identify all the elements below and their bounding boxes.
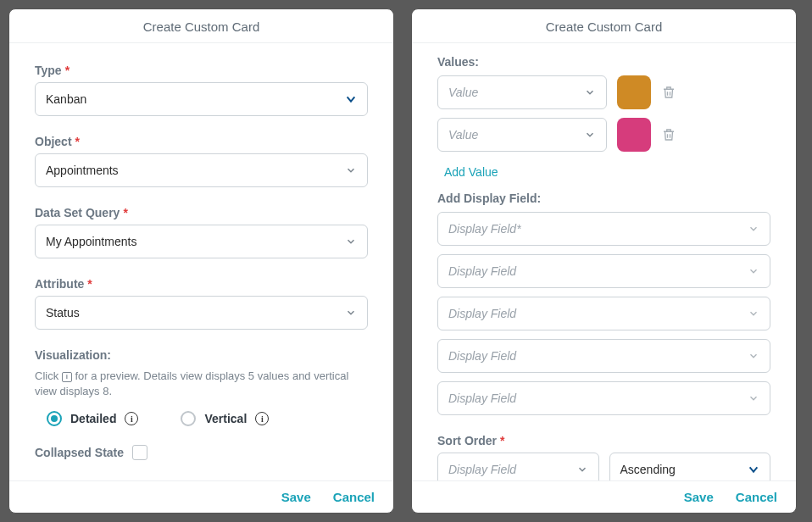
values-group: Values: Value Value Add Value <box>437 55 770 180</box>
dialog-body-left: Type* Kanban Object* Appointments Data S… <box>9 43 393 480</box>
vertical-radio-label: Vertical <box>204 412 247 425</box>
object-select[interactable]: Appointments <box>35 153 368 187</box>
info-icon[interactable]: i <box>255 412 269 425</box>
chevron-down-icon <box>748 223 759 235</box>
display-field-select[interactable]: Display Field <box>437 381 770 415</box>
display-field-select[interactable]: Display Field* <box>437 212 770 246</box>
values-label: Values: <box>437 55 770 69</box>
sort-direction-select[interactable]: Ascending <box>609 453 771 480</box>
chevron-down-icon <box>748 392 759 404</box>
save-button[interactable]: Save <box>684 490 714 504</box>
type-select[interactable]: Kanban <box>35 82 368 116</box>
visualization-radio-row: Detailed i Vertical i <box>35 411 368 426</box>
display-field-placeholder: Display Field <box>448 307 516 320</box>
chevron-down-icon <box>748 464 759 475</box>
collapsed-state-checkbox[interactable] <box>132 445 147 460</box>
type-label: Type* <box>35 64 368 77</box>
required-asterisk: * <box>75 135 80 148</box>
chevron-down-icon <box>748 350 759 362</box>
collapsed-state-row: Collapsed State <box>35 445 368 460</box>
sort-field-select[interactable]: Display Field <box>437 453 599 480</box>
dialog-footer: Save Cancel <box>412 480 796 513</box>
radio-option-detailed: Detailed i <box>47 411 138 426</box>
data-set-query-select[interactable]: My Appointments <box>35 225 368 258</box>
required-asterisk: * <box>87 277 92 291</box>
sort-order-group: Sort Order* Display Field Ascending <box>437 434 770 480</box>
display-field-placeholder: Display Field <box>448 349 516 363</box>
chevron-down-icon <box>748 308 759 319</box>
chevron-down-icon <box>345 307 357 319</box>
color-swatch[interactable] <box>617 118 651 152</box>
radio-option-vertical: Vertical i <box>181 411 269 426</box>
sort-direction-value: Ascending <box>620 463 676 476</box>
chevron-down-icon <box>584 86 596 98</box>
create-custom-card-dialog-left: Create Custom Card Type* Kanban Object* … <box>8 8 394 514</box>
dialog-title: Create Custom Card <box>412 9 796 43</box>
trash-icon[interactable] <box>661 84 676 101</box>
display-field-placeholder: Display Field <box>448 392 516 405</box>
detailed-radio-label: Detailed <box>70 412 116 425</box>
value-select[interactable]: Value <box>437 75 607 109</box>
required-asterisk: * <box>500 434 504 447</box>
vertical-radio[interactable] <box>181 411 196 426</box>
type-value: Kanban <box>46 92 86 106</box>
display-field-select[interactable]: Display Field <box>437 297 770 330</box>
add-value-button[interactable]: Add Value <box>437 160 498 179</box>
value-placeholder: Value <box>448 86 478 99</box>
add-display-field-group: Add Display Field: Display Field* Displa… <box>437 192 770 415</box>
attribute-select[interactable]: Status <box>35 296 368 330</box>
required-asterisk: * <box>123 206 127 219</box>
collapsed-state-label: Collapsed State <box>35 446 124 459</box>
detailed-radio[interactable] <box>47 411 62 426</box>
chevron-down-icon <box>576 464 588 475</box>
value-placeholder: Value <box>448 128 478 142</box>
display-field-placeholder: Display Field <box>448 264 516 278</box>
display-field-placeholder: Display Field* <box>448 222 521 236</box>
sort-order-label: Sort Order* <box>437 434 770 447</box>
dialog-title: Create Custom Card <box>9 9 393 43</box>
chevron-down-icon <box>345 236 357 247</box>
info-icon[interactable]: i <box>125 412 138 425</box>
create-custom-card-dialog-right: Create Custom Card Values: Value Value <box>411 8 797 514</box>
value-select[interactable]: Value <box>437 118 607 152</box>
color-swatch[interactable] <box>617 75 651 109</box>
chevron-down-icon <box>345 93 357 105</box>
trash-icon[interactable] <box>661 126 676 143</box>
save-button[interactable]: Save <box>281 490 311 504</box>
chevron-down-icon <box>748 265 759 277</box>
data-set-query-value: My Appointments <box>46 235 136 248</box>
attribute-value: Status <box>46 306 80 319</box>
data-set-query-label: Data Set Query* <box>35 206 368 219</box>
cancel-button[interactable]: Cancel <box>333 490 375 504</box>
visualization-group: Visualization: Click i for a preview. De… <box>35 348 368 426</box>
type-group: Type* Kanban <box>35 64 368 116</box>
display-field-select[interactable]: Display Field <box>437 339 770 373</box>
attribute-group: Attribute* Status <box>35 277 368 330</box>
display-field-select[interactable]: Display Field <box>437 254 770 288</box>
dialog-body-right: Values: Value Value Add Value Ad <box>412 43 796 480</box>
visualization-helper: Click i for a preview. Details view disp… <box>35 369 368 399</box>
visualization-label: Visualization: <box>35 348 368 362</box>
object-group: Object* Appointments <box>35 135 368 187</box>
required-asterisk: * <box>65 64 70 77</box>
dialog-footer: Save Cancel <box>9 480 393 513</box>
chevron-down-icon <box>345 164 357 176</box>
value-row: Value <box>437 118 770 152</box>
data-set-query-group: Data Set Query* My Appointments <box>35 206 368 258</box>
attribute-label: Attribute* <box>35 277 368 291</box>
object-value: Appointments <box>46 164 119 177</box>
info-icon: i <box>62 372 72 382</box>
cancel-button[interactable]: Cancel <box>736 490 777 504</box>
sort-order-row: Display Field Ascending <box>437 453 770 480</box>
value-row: Value <box>437 75 770 109</box>
sort-field-placeholder: Display Field <box>448 463 516 476</box>
add-display-field-label: Add Display Field: <box>437 192 770 205</box>
chevron-down-icon <box>584 129 596 141</box>
object-label: Object* <box>35 135 368 148</box>
